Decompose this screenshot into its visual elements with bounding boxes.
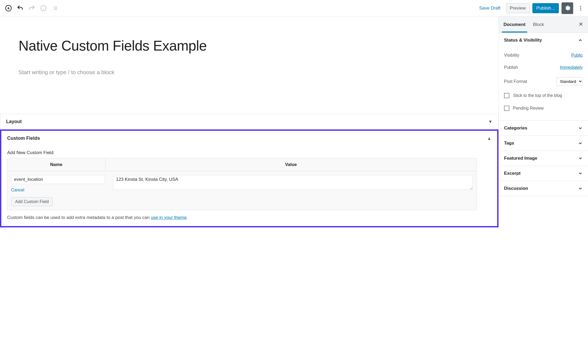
discussion-header[interactable]: Discussion	[499, 181, 588, 196]
cf-value-textarea[interactable]	[113, 175, 473, 190]
editor-area: Native Custom Fields Example Start writi…	[0, 16, 498, 227]
chevron-down-icon	[578, 141, 583, 146]
metaboxes: Layout ▼ Custom Fields ▲ Add New Custom …	[0, 114, 498, 227]
panel-excerpt: Excerpt	[499, 166, 588, 181]
block-placeholder[interactable]: Start writing or type / to choose a bloc…	[19, 69, 260, 75]
cf-hint: Custom fields can be used to add extra m…	[7, 215, 491, 220]
publish-button[interactable]: Publish...	[532, 3, 559, 13]
post-format-row: Post Format Standard	[504, 74, 583, 89]
info-icon	[40, 5, 47, 11]
cf-name-cell: Cancel	[11, 175, 105, 194]
main-wrap: Native Custom Fields Example Start writi…	[0, 16, 588, 227]
cf-cancel-button[interactable]: Cancel	[11, 187, 105, 194]
more-menu-button[interactable]	[576, 2, 585, 14]
post-format-label: Post Format	[504, 79, 527, 84]
panel-discussion: Discussion	[499, 181, 588, 196]
publish-row: Publish Immediately	[504, 61, 583, 74]
toolbar-right: Save Draft Preview Publish...	[476, 2, 585, 14]
cf-value-header: Value	[105, 158, 476, 171]
layout-title: Layout	[6, 119, 22, 124]
add-custom-field-button[interactable]: Add Custom Field	[11, 197, 53, 206]
status-body: Visibility Public Publish Immediately Po…	[499, 48, 588, 120]
post-format-select[interactable]: Standard	[556, 77, 583, 86]
panel-status-visibility: Status & Visibility Visibility Public Pu…	[499, 33, 588, 121]
chevron-up-icon	[578, 38, 583, 43]
cf-table: Name Value Cancel Add Cus	[7, 158, 477, 210]
stick-label: Stick to the top of the blog	[513, 93, 562, 98]
featured-image-title: Featured Image	[504, 156, 537, 161]
save-draft-button[interactable]: Save Draft	[476, 3, 503, 13]
editor-content: Native Custom Fields Example Start writi…	[0, 16, 278, 86]
add-new-cf-label: Add New Custom Field:	[7, 150, 491, 155]
info-button[interactable]	[38, 2, 49, 14]
toolbar-left	[3, 2, 61, 14]
panel-featured-image: Featured Image	[499, 151, 588, 166]
redo-icon	[28, 5, 35, 12]
featured-image-header[interactable]: Featured Image	[499, 151, 588, 166]
categories-header[interactable]: Categories	[499, 121, 588, 136]
pending-checkbox[interactable]	[504, 106, 509, 111]
status-title: Status & Visibility	[504, 38, 542, 43]
custom-fields-body: Add New Custom Field: Name Value Cancel	[1, 150, 497, 226]
preview-button[interactable]: Preview	[506, 3, 530, 13]
list-icon	[52, 5, 58, 11]
chevron-down-icon	[578, 186, 583, 191]
triangle-down-icon: ▼	[488, 119, 492, 124]
discussion-title: Discussion	[504, 186, 528, 191]
close-sidebar-button[interactable]	[578, 21, 583, 28]
stick-checkbox[interactable]	[504, 93, 509, 98]
add-block-button[interactable]	[3, 2, 14, 14]
categories-title: Categories	[504, 125, 527, 131]
custom-fields-metabox: Custom Fields ▲ Add New Custom Field: Na…	[0, 129, 498, 227]
plus-circle-icon	[5, 5, 12, 12]
publish-value[interactable]: Immediately	[560, 65, 583, 70]
post-title[interactable]: Native Custom Fields Example	[19, 38, 260, 54]
redo-button[interactable]	[26, 2, 38, 14]
chevron-down-icon	[578, 156, 583, 161]
tab-block[interactable]: Block	[533, 17, 544, 32]
cf-table-head: Name Value	[7, 158, 476, 171]
excerpt-header[interactable]: Excerpt	[499, 166, 588, 181]
close-icon	[578, 22, 583, 26]
sidebar: Document Block Status & Visibility Visib…	[498, 16, 588, 227]
chevron-down-icon	[578, 126, 583, 131]
svg-point-9	[580, 6, 581, 7]
tags-header[interactable]: Tags	[499, 136, 588, 151]
panel-categories: Categories	[499, 121, 588, 136]
triangle-up-icon: ▲	[487, 136, 491, 141]
tab-document[interactable]: Document	[504, 17, 525, 32]
custom-fields-title: Custom Fields	[7, 136, 40, 141]
excerpt-title: Excerpt	[504, 171, 520, 176]
svg-point-11	[580, 10, 581, 11]
cf-hint-prefix: Custom fields can be used to add extra m…	[7, 215, 151, 220]
cf-hint-link[interactable]: use in your theme	[151, 215, 186, 220]
visibility-label: Visibility	[504, 53, 519, 58]
undo-button[interactable]	[14, 2, 26, 14]
editor-toolbar: Save Draft Preview Publish...	[0, 0, 588, 16]
visibility-row: Visibility Public	[504, 49, 583, 61]
undo-icon	[17, 5, 24, 12]
settings-button[interactable]	[562, 2, 573, 14]
pending-row[interactable]: Pending Review	[504, 102, 583, 115]
tags-title: Tags	[504, 141, 514, 146]
chevron-down-icon	[578, 171, 583, 176]
cf-value-cell	[113, 175, 473, 194]
publish-label: Publish	[504, 65, 518, 70]
cf-name-header: Name	[7, 158, 105, 171]
cf-name-input[interactable]	[11, 175, 105, 184]
kebab-icon	[580, 5, 581, 11]
sidebar-tabs: Document Block	[499, 16, 588, 33]
cf-hint-suffix: .	[187, 215, 188, 220]
layout-metabox: Layout ▼	[0, 114, 498, 129]
panel-status-header[interactable]: Status & Visibility	[499, 33, 588, 48]
pending-label: Pending Review	[513, 106, 544, 111]
visibility-value[interactable]: Public	[571, 53, 583, 58]
svg-point-10	[580, 8, 581, 9]
custom-fields-header[interactable]: Custom Fields ▲	[1, 131, 497, 146]
outline-button[interactable]	[49, 2, 61, 14]
gear-icon	[564, 5, 571, 11]
panel-tags: Tags	[499, 136, 588, 151]
layout-metabox-header[interactable]: Layout ▼	[0, 114, 498, 129]
stick-row[interactable]: Stick to the top of the blog	[504, 89, 583, 102]
cf-row: Cancel	[7, 171, 476, 197]
